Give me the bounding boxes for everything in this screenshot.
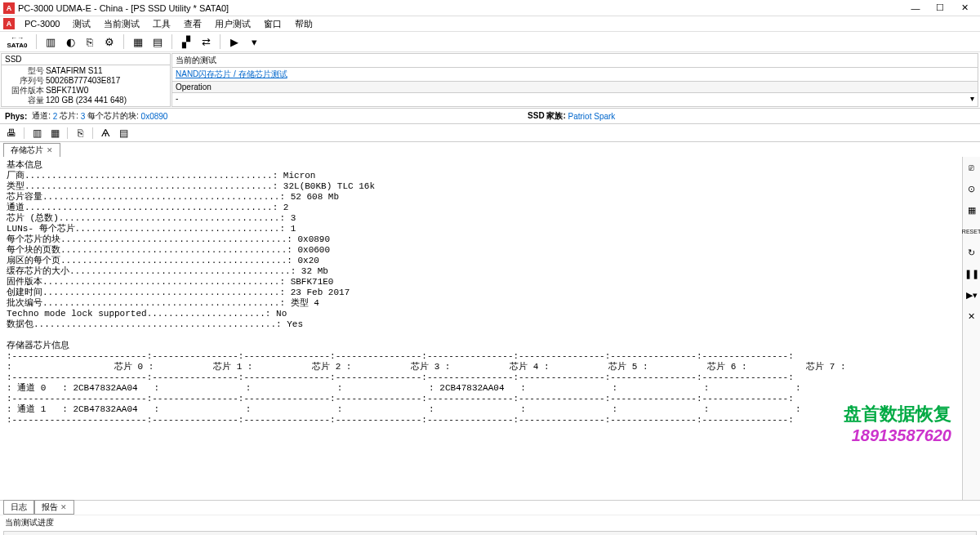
main-content: 基本信息 厂商.................................… xyxy=(0,157,962,500)
side-btn-4[interactable]: ↻ xyxy=(964,245,979,260)
menu-help[interactable]: 帮助 xyxy=(290,17,318,31)
icon-a[interactable]: ▥ xyxy=(29,126,45,140)
tab-report[interactable]: 报告✕ xyxy=(34,500,74,515)
tab-storage-chip[interactable]: 存储芯片 ✕ xyxy=(3,143,60,157)
side-tools-icon[interactable]: ✕ xyxy=(964,309,979,323)
menu-test[interactable]: 测试 xyxy=(68,17,96,31)
test-header: 当前的测试 xyxy=(172,54,978,68)
phys-label: Phys: xyxy=(5,112,27,121)
tool-icon-6[interactable]: ⇄ xyxy=(197,33,215,51)
operation-dropdown[interactable]: ▾ xyxy=(970,94,974,105)
print-icon[interactable]: 🖶 xyxy=(3,126,20,140)
ssd-fw: SBFK71W0 xyxy=(46,86,88,95)
menu-window[interactable]: 窗口 xyxy=(259,17,287,31)
grid-icon[interactable]: ▦ xyxy=(129,33,147,51)
tool-icon-1[interactable]: ▥ xyxy=(42,33,60,51)
menu-current[interactable]: 当前测试 xyxy=(99,17,145,31)
tool-icon-5[interactable]: ▞ xyxy=(177,33,195,51)
menu-app[interactable]: PC-3000 xyxy=(20,18,65,29)
phys-row: Phys: 通道: 2 芯片: 3 每个芯片的块: 0x0890 SSD 家族:… xyxy=(0,109,980,124)
tab-log[interactable]: 日志 xyxy=(3,500,34,515)
tool-icon-3[interactable]: ⎘ xyxy=(81,33,99,51)
side-btn-reset[interactable]: RESET xyxy=(964,224,979,239)
side-next-icon[interactable]: ▶▾ xyxy=(964,288,979,302)
tab-row: 存储芯片 ✕ xyxy=(0,142,980,157)
operation-header: Operation xyxy=(172,81,978,93)
progress-label: 当前测试进度 xyxy=(0,515,980,530)
ssd-model: SATAFIRM S11 xyxy=(46,66,103,75)
test-link[interactable]: NAND闪存芯片 / 存储芯片测试 xyxy=(176,69,287,78)
ssd-capacity: 120 GB (234 441 648) xyxy=(46,96,127,105)
search-icon[interactable]: Ѧ xyxy=(97,126,114,140)
ssd-family: Patriot Spark xyxy=(568,112,616,121)
side-toolbar: ⎚ ⊙ ▦ RESET ↻ ❚❚ ▶▾ ✕ xyxy=(962,157,980,500)
menubar: A PC-3000 测试 当前测试 工具 查看 用户测试 窗口 帮助 xyxy=(0,16,980,31)
titlebar: A PC-3000 UDMA-E - China - [PS SSD Utili… xyxy=(0,0,980,16)
ssd-serial: 50026B777403E817 xyxy=(46,76,120,85)
side-btn-3[interactable]: ▦ xyxy=(964,203,979,217)
close-button[interactable]: ✕ xyxy=(952,1,977,16)
ssd-panel: SSD 型号SATAFIRM S11 序列号50026B777403E817 固… xyxy=(1,53,171,107)
phys-block: 0x0890 xyxy=(141,112,168,121)
tab-report-close[interactable]: ✕ xyxy=(60,503,67,511)
app-icon: A xyxy=(3,2,15,14)
phys-channel: 2 xyxy=(53,112,58,121)
toolbar: ←→SATA0 ▥ ◐ ⎘ ⚙ ▦ ▤ ▞ ⇄ ▶ ▾ xyxy=(0,31,980,52)
phys-chip: 3 xyxy=(81,112,86,121)
side-btn-1[interactable]: ⎚ xyxy=(964,160,979,175)
toolbar-2: 🖶 ▥ ▦ ⎘ Ѧ ▤ xyxy=(0,124,980,142)
tab-close-icon[interactable]: ✕ xyxy=(47,146,53,154)
sata-port-button[interactable]: ←→SATA0 xyxy=(3,33,31,51)
play-icon[interactable]: ▶ xyxy=(225,33,243,51)
progress-bar xyxy=(3,531,977,535)
side-btn-2[interactable]: ⊙ xyxy=(964,181,979,196)
side-pause-icon[interactable]: ❚❚ xyxy=(964,266,979,281)
icon-b[interactable]: ▦ xyxy=(47,126,63,140)
window-title: PC-3000 UDMA-E - China - [PS SSD Utility… xyxy=(18,3,903,13)
operation-value: - xyxy=(176,94,178,105)
minimize-button[interactable]: — xyxy=(903,1,928,16)
dropdown-icon[interactable]: ▾ xyxy=(245,33,263,51)
table-icon[interactable]: ▤ xyxy=(149,33,167,51)
app-icon-small: A xyxy=(3,18,15,29)
maximize-button[interactable]: ☐ xyxy=(928,1,952,16)
info-panels: SSD 型号SATAFIRM S11 序列号50026B777403E817 固… xyxy=(0,52,980,109)
tool-icon-2[interactable]: ◐ xyxy=(61,33,79,51)
menu-view[interactable]: 查看 xyxy=(179,17,207,31)
copy-icon[interactable]: ⎘ xyxy=(72,126,88,140)
test-panel: 当前的测试 NAND闪存芯片 / 存储芯片测试 Operation -▾ xyxy=(172,53,978,107)
menu-user[interactable]: 用户测试 xyxy=(210,17,256,31)
bottom-tabs: 日志 报告✕ xyxy=(0,500,980,515)
tool-icon-4[interactable]: ⚙ xyxy=(100,33,118,51)
icon-c[interactable]: ▤ xyxy=(115,126,131,140)
menu-tools[interactable]: 工具 xyxy=(148,17,176,31)
ssd-panel-header: SSD xyxy=(2,54,170,65)
